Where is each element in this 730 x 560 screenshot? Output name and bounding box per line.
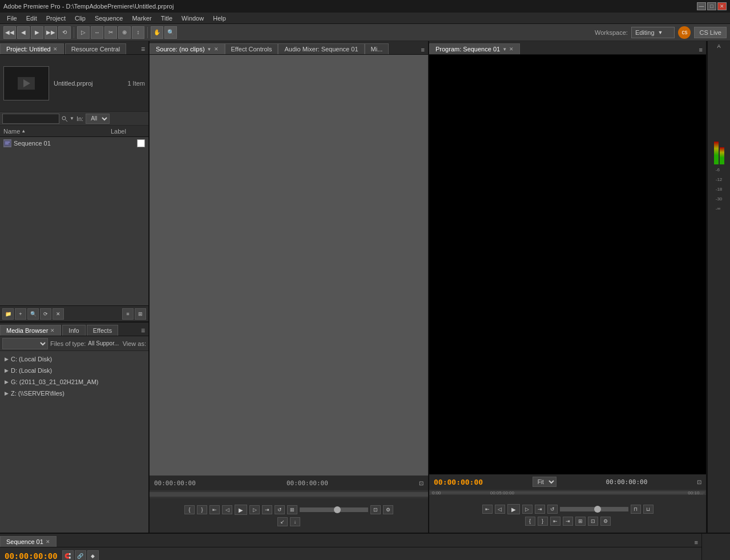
toolbar-btn-7[interactable]: ↔ bbox=[91, 26, 103, 39]
find-button[interactable]: 🔍 bbox=[27, 308, 39, 320]
toolbar-btn-12[interactable]: 🔍 bbox=[164, 26, 177, 39]
in-dropdown[interactable]: All bbox=[86, 114, 110, 124]
source-monitor-menu[interactable]: ≡ bbox=[418, 45, 428, 54]
toolbar-btn-3[interactable]: ▶ bbox=[31, 26, 43, 39]
project-panel-menu[interactable]: ≡ bbox=[138, 44, 148, 54]
tree-item-z[interactable]: ▶ Z: (\\SERVER\files) bbox=[2, 388, 146, 399]
close-source-tab[interactable]: ✕ bbox=[214, 46, 219, 52]
workspace-dropdown[interactable]: Editing ▼ bbox=[631, 27, 675, 38]
tab-sequence-01[interactable]: Sequence 01 ✕ bbox=[0, 536, 57, 547]
toolbar-btn-9[interactable]: ⊕ bbox=[118, 26, 131, 39]
menu-edit[interactable]: Edit bbox=[22, 14, 42, 23]
snap-button[interactable]: 🧲 bbox=[62, 550, 74, 561]
menu-title[interactable]: Title bbox=[156, 14, 177, 23]
close-media-browser-tab[interactable]: ✕ bbox=[50, 328, 55, 333]
source-scrubber-bar[interactable] bbox=[150, 492, 428, 497]
new-item-button[interactable]: + bbox=[15, 308, 26, 320]
menu-help[interactable]: Help bbox=[208, 14, 231, 23]
clear-button[interactable]: ✕ bbox=[53, 308, 64, 320]
list-view-button[interactable]: ≡ bbox=[122, 308, 134, 320]
program-monitor-menu[interactable]: ≡ bbox=[696, 45, 706, 54]
go-to-out-button[interactable]: ⇥ bbox=[262, 505, 272, 514]
settings-button[interactable]: ⚙ bbox=[383, 505, 393, 514]
prog-export-button[interactable]: ⊡ bbox=[588, 517, 598, 526]
prog-loop-button[interactable]: ↺ bbox=[547, 505, 558, 514]
step-back-button[interactable]: ◁ bbox=[222, 505, 232, 514]
tab-info[interactable]: Info bbox=[62, 325, 85, 336]
toolbar-btn-11[interactable]: ✋ bbox=[151, 26, 163, 39]
safe-margins-button[interactable]: ⊞ bbox=[287, 505, 297, 514]
tab-source-more[interactable]: Mi... bbox=[365, 43, 389, 54]
bottom-left-panel-menu[interactable]: ≡ bbox=[138, 325, 148, 336]
prog-play-button[interactable]: ▶ bbox=[507, 504, 520, 514]
tab-effects[interactable]: Effects bbox=[87, 325, 118, 336]
menu-project[interactable]: Project bbox=[42, 14, 70, 23]
tab-program[interactable]: Program: Sequence 01 ▼ ✕ bbox=[429, 43, 520, 54]
program-dropdown-arrow-icon[interactable]: ▼ bbox=[502, 47, 507, 52]
link-button[interactable]: 🔗 bbox=[75, 550, 86, 561]
prog-extract-button[interactable]: ⊔ bbox=[643, 505, 654, 514]
automate-button[interactable]: ⟳ bbox=[40, 308, 51, 320]
maximize-button[interactable]: □ bbox=[707, 2, 716, 10]
close-program-tab[interactable]: ✕ bbox=[509, 46, 514, 52]
prog-go-to-out-button[interactable]: ⇥ bbox=[563, 517, 573, 526]
search-input[interactable] bbox=[2, 114, 59, 124]
new-bin-button[interactable]: 📁 bbox=[2, 308, 14, 320]
source-dropdown-arrow-icon[interactable]: ▼ bbox=[207, 47, 212, 52]
menu-file[interactable]: File bbox=[2, 14, 22, 23]
icon-view-button[interactable]: ⊞ bbox=[135, 308, 146, 320]
tree-item-g[interactable]: ▶ G: (2011_03_21_02H21M_AM) bbox=[2, 376, 146, 388]
play-stop-button[interactable]: ▶ bbox=[235, 505, 247, 515]
list-item[interactable]: Sequence 01 bbox=[0, 137, 148, 150]
prog-settings2-button[interactable]: ⚙ bbox=[600, 517, 611, 526]
tab-source[interactable]: Source: (no clips) ▼ ✕ bbox=[150, 43, 225, 54]
fit-dropdown[interactable]: Fit bbox=[533, 477, 556, 487]
prog-forward-button[interactable]: ▷ bbox=[522, 505, 533, 514]
insert-button[interactable]: ↙ bbox=[277, 517, 288, 526]
tree-item-c[interactable]: ▶ C: (Local Disk) bbox=[2, 353, 146, 365]
menu-marker[interactable]: Marker bbox=[127, 14, 156, 23]
menu-sequence[interactable]: Sequence bbox=[90, 14, 128, 23]
prog-lift-button[interactable]: ⊓ bbox=[631, 505, 641, 514]
program-scrubber[interactable]: 0:00 00:05:00:00 00:10... bbox=[429, 489, 706, 497]
tree-item-d[interactable]: ▶ D: (Local Disk) bbox=[2, 365, 146, 376]
media-location-dropdown[interactable] bbox=[2, 338, 48, 349]
prog-step-forward-button[interactable]: ⇥ bbox=[535, 505, 545, 514]
prog-go-to-in-button[interactable]: ⇤ bbox=[550, 517, 560, 526]
source-scrubber[interactable] bbox=[150, 490, 428, 498]
add-marker-button[interactable]: ◆ bbox=[87, 550, 99, 561]
toolbar-btn-1[interactable]: ◀◀ bbox=[3, 26, 16, 39]
prog-step-back-button[interactable]: ⇤ bbox=[482, 505, 493, 514]
close-timeline-tab[interactable]: ✕ bbox=[46, 539, 50, 545]
go-to-in-button[interactable]: ⇤ bbox=[209, 505, 220, 514]
source-volume-slider[interactable] bbox=[300, 507, 368, 512]
mark-out-button[interactable]: } bbox=[197, 505, 207, 514]
source-expand-icon[interactable]: ⊡ bbox=[419, 480, 424, 486]
prog-mark-out-button[interactable]: } bbox=[538, 517, 548, 526]
tab-project[interactable]: Project: Untitled ✕ bbox=[0, 43, 64, 54]
program-volume-thumb[interactable] bbox=[594, 506, 601, 513]
toolbar-btn-10[interactable]: ↕ bbox=[132, 26, 144, 39]
close-project-tab[interactable]: ✕ bbox=[53, 46, 58, 52]
prog-back-button[interactable]: ◁ bbox=[495, 505, 505, 514]
prog-mark-in-button[interactable]: { bbox=[525, 517, 535, 526]
toolbar-btn-6[interactable]: ▷ bbox=[77, 26, 90, 39]
menu-clip[interactable]: Clip bbox=[70, 14, 90, 23]
mark-in-button[interactable]: { bbox=[184, 505, 195, 514]
source-volume-thumb[interactable] bbox=[334, 506, 341, 513]
step-forward-button[interactable]: ▷ bbox=[249, 505, 260, 514]
toolbar-btn-2[interactable]: ◀ bbox=[17, 26, 30, 39]
overwrite-button[interactable]: ↓ bbox=[290, 517, 300, 526]
toolbar-btn-8[interactable]: ✂ bbox=[104, 26, 117, 39]
loop-button[interactable]: ↺ bbox=[275, 505, 285, 514]
prog-safe-button[interactable]: ⊞ bbox=[575, 517, 586, 526]
menu-window[interactable]: Window bbox=[177, 14, 208, 23]
close-button[interactable]: ✕ bbox=[717, 2, 727, 10]
tab-audio-mixer[interactable]: Audio Mixer: Sequence 01 bbox=[278, 43, 364, 54]
program-volume-slider[interactable] bbox=[560, 507, 628, 511]
tab-resource-central[interactable]: Resource Central bbox=[65, 43, 127, 54]
tab-effect-controls[interactable]: Effect Controls bbox=[225, 43, 279, 54]
cs-live-button[interactable]: CS Live bbox=[694, 27, 727, 38]
minimize-button[interactable]: — bbox=[697, 2, 706, 10]
output-button[interactable]: ⊡ bbox=[370, 505, 381, 514]
